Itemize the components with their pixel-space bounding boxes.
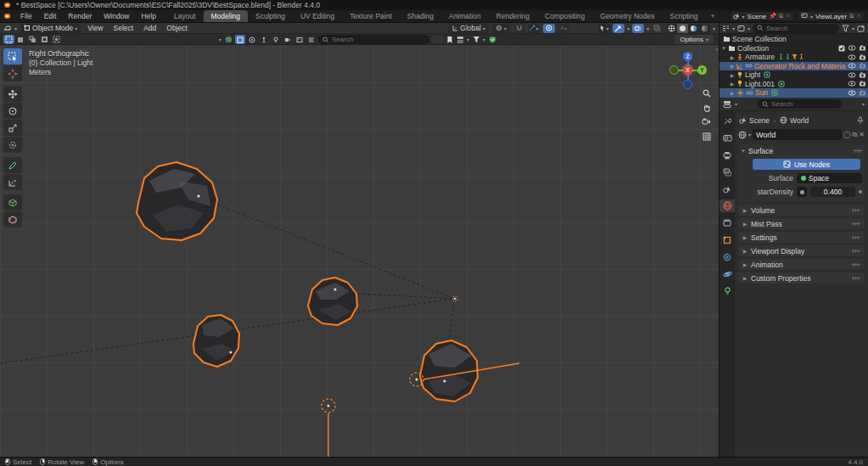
camera-view-icon[interactable] [701,116,712,127]
select-set-button[interactable] [3,35,14,44]
new-scene-icon[interactable]: ⧉ [779,13,783,20]
eye-icon[interactable] [848,45,856,51]
camera-visibility-icon[interactable] [859,45,866,51]
options-dropdown[interactable]: Options▾ [675,35,714,44]
remove-viewlayer-icon[interactable]: ✕ [856,13,861,20]
bookmark-icon[interactable] [446,36,453,44]
menu-edit[interactable]: Edit [39,11,62,21]
tab-compositing[interactable]: Compositing [537,10,592,22]
tab-tool[interactable] [720,115,735,127]
camera-visibility-icon[interactable] [859,81,866,87]
tab-geometry-nodes[interactable]: Geometry Nodes [592,10,662,22]
filter-mesh-icon[interactable] [235,35,245,44]
menu-help[interactable]: Help [136,11,160,21]
copy-id-icon[interactable]: ⧉ [853,131,858,139]
outliner-row-generator[interactable]: ▶ Generator Rock and Material [720,62,868,71]
ortho-perspective-icon[interactable] [701,131,712,142]
menu-file[interactable]: File [15,11,37,21]
axis-x-ball[interactable]: X [683,65,692,75]
chevron-down-icon[interactable]: ▼ [721,46,726,51]
tab-object[interactable] [720,233,735,246]
outliner-row-collection[interactable]: ▼ Collection [720,44,868,53]
app-menu-icon[interactable] [3,13,12,20]
outliner-filter-icon[interactable] [842,25,849,32]
shading-rendered-button[interactable] [699,24,710,33]
surface-panel-header[interactable]: ▼ Surface [741,146,862,156]
search-input[interactable] [332,36,425,43]
chevron-down-icon[interactable]: ▾ [219,36,221,42]
eye-icon[interactable] [848,72,856,78]
panel-drag-handle[interactable] [852,209,860,212]
axis-y-neg-ball[interactable] [669,65,679,75]
snap-toggle[interactable] [513,24,525,33]
funnel-filter-icon[interactable] [471,35,481,44]
tab-world[interactable] [720,199,735,212]
outliner-search[interactable] [753,24,839,33]
xray-toggle[interactable] [652,24,664,33]
properties-search[interactable] [758,99,842,109]
display-mode-icon[interactable] [737,25,745,32]
panel-drag-handle[interactable] [852,250,860,253]
tab-texture-paint[interactable]: Texture Paint [342,10,400,22]
outliner-row-light-001[interactable]: ▶ Light.001 [720,80,868,89]
world-icon[interactable] [738,131,747,139]
material-ball-icon[interactable] [223,35,233,44]
new-viewlayer-icon[interactable]: ⧉ [849,13,854,20]
pin-icon[interactable] [857,116,864,124]
panel-drag-handle[interactable] [852,236,860,239]
filter-armature-icon[interactable] [259,35,269,44]
filter-greasepencil-icon[interactable] [306,35,316,44]
eye-icon[interactable] [848,81,856,87]
gizmos-toggle[interactable] [613,24,624,33]
shield-check-icon[interactable] [487,35,497,44]
tab-collection[interactable] [720,216,735,229]
panel-drag-handle[interactable] [854,149,862,153]
pivot-point-dropdown[interactable]: ▾ [492,24,510,33]
star-density-slider[interactable]: 0.400 [810,187,855,197]
pan-hand-icon[interactable] [701,102,712,113]
breadcrumb-world[interactable]: World [790,116,809,125]
tab-scene[interactable] [720,182,735,195]
tab-physics[interactable] [720,267,735,280]
tab-object-data[interactable] [720,284,735,297]
properties-editor-icon[interactable] [723,100,731,109]
properties-search-input[interactable] [771,100,837,108]
pin-icon[interactable]: 📌 [769,13,776,20]
tab-render[interactable] [720,132,735,144]
panel-drag-handle[interactable] [852,222,860,226]
menu-view[interactable]: View [84,24,106,32]
overlays-toggle[interactable] [632,24,644,33]
view-navigation-gizmo[interactable]: Z Y X [669,52,707,89]
menu-add[interactable]: Add [140,24,160,32]
zoom-icon[interactable] [701,87,712,98]
camera-visibility-icon[interactable] [859,63,866,69]
tab-sculpting[interactable]: Sculpting [248,10,293,22]
panel-volume[interactable]: ▶Volume [738,205,865,216]
chevron-down-icon[interactable]: ▾ [862,101,865,107]
shading-material-button[interactable] [688,24,699,33]
outliner-row-sun[interactable]: ▶ Sun [720,88,868,98]
eye-icon[interactable] [848,63,856,69]
proportional-falloff-dropdown[interactable]: ∧▾ [557,24,569,33]
select-extend-button[interactable] [15,35,26,44]
fake-user-icon[interactable]: ◯ [843,131,851,138]
axis-y-ball[interactable]: Y [697,65,707,75]
sidebar-toggle-icon[interactable]: ‹ [716,47,718,53]
world-name-field[interactable]: World [753,129,842,140]
use-nodes-button[interactable]: Use Nodes [753,159,860,170]
unlink-scene-icon[interactable]: ✕ [786,13,791,20]
panel-mist-pass[interactable]: ▶Mist Pass [738,218,865,229]
panel-drag-handle[interactable] [852,277,860,280]
panel-custom-properties[interactable]: ▶Custom Properties [738,272,865,284]
tab-uv-editing[interactable]: UV Editing [293,10,342,22]
display-mode-dropdown[interactable] [455,35,465,44]
select-subtract-button[interactable] [27,35,38,44]
mode-dropdown[interactable]: Object Mode ▾ [20,24,81,33]
tab-output[interactable] [720,149,735,161]
eye-icon[interactable] [848,54,856,60]
outliner-row-light[interactable]: ▶ Light [720,70,868,80]
tab-rendering[interactable]: Rendering [489,10,537,22]
exclude-checkbox[interactable] [838,45,845,52]
outliner-search-input[interactable] [766,25,832,32]
tab-layout[interactable]: Layout [166,10,204,22]
